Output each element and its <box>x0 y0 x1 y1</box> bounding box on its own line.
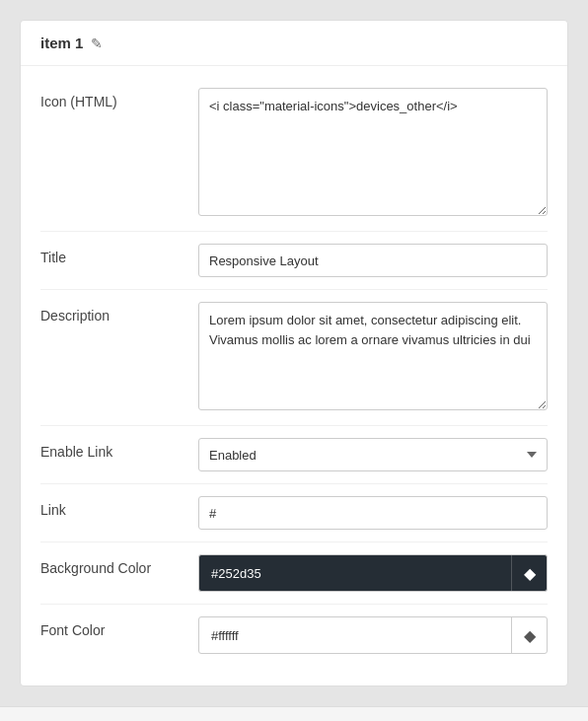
font-color-control: ◆ <box>198 616 548 654</box>
panel-header: item 1 ✎ <box>21 21 567 66</box>
icon-html-control: <i class="material-icons">devices_other<… <box>198 88 548 219</box>
title-row: Title <box>40 232 548 290</box>
title-input[interactable] <box>198 244 548 277</box>
enable-link-label: Enable Link <box>40 438 198 460</box>
dropper-icon-bg: ◆ <box>524 564 536 583</box>
bg-color-label: Background Color <box>40 554 198 576</box>
title-label: Title <box>40 244 198 265</box>
description-label: Description <box>40 302 198 324</box>
bg-color-input-wrap: ◆ <box>198 554 548 592</box>
description-row: Description Lorem ipsum dolor sit amet, … <box>40 290 548 426</box>
enable-link-control: Enabled Disabled <box>198 438 548 471</box>
font-color-input[interactable] <box>199 617 511 653</box>
footer: Apply Cancel <box>0 706 588 721</box>
title-control <box>198 244 548 277</box>
bg-color-row: Background Color ◆ <box>40 542 548 605</box>
bg-color-control: ◆ <box>198 554 548 592</box>
dropper-icon-font: ◆ <box>524 626 536 645</box>
link-control <box>198 496 548 530</box>
enable-link-select[interactable]: Enabled Disabled <box>198 438 548 471</box>
enable-link-row: Enable Link Enabled Disabled <box>40 426 548 484</box>
form-body: Icon (HTML) <i class="material-icons">de… <box>21 66 567 685</box>
font-color-label: Font Color <box>40 616 198 638</box>
panel-title: item 1 <box>40 35 83 51</box>
main-panel: item 1 ✎ Icon (HTML) <i class="material-… <box>20 20 568 686</box>
icon-html-label: Icon (HTML) <box>40 88 198 109</box>
font-color-dropper[interactable]: ◆ <box>511 617 547 653</box>
icon-html-textarea[interactable]: <i class="material-icons">devices_other<… <box>198 88 548 216</box>
description-textarea[interactable]: Lorem ipsum dolor sit amet, consectetur … <box>198 302 548 410</box>
link-row: Link <box>40 484 548 542</box>
bg-color-input[interactable] <box>199 555 511 591</box>
link-label: Link <box>40 496 198 518</box>
edit-icon[interactable]: ✎ <box>91 36 103 51</box>
font-color-row: Font Color ◆ <box>40 605 548 666</box>
font-color-input-wrap: ◆ <box>198 616 548 654</box>
icon-html-row: Icon (HTML) <i class="material-icons">de… <box>40 76 548 232</box>
bg-color-dropper[interactable]: ◆ <box>511 555 547 591</box>
description-control: Lorem ipsum dolor sit amet, consectetur … <box>198 302 548 413</box>
link-input[interactable] <box>198 496 548 530</box>
